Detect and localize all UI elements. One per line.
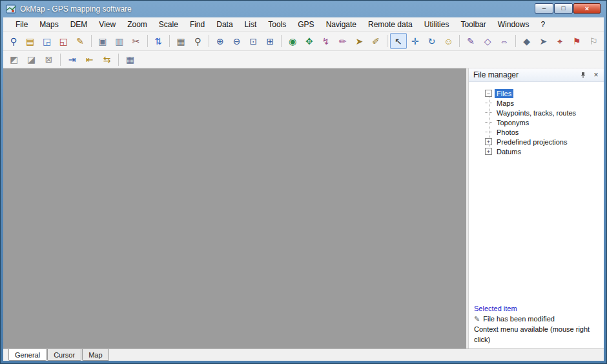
track-edit-button[interactable]: ✏ (334, 33, 351, 49)
pin-delete-button[interactable]: ⚐ (585, 33, 602, 49)
map-canvas[interactable] (3, 68, 466, 349)
zoom-actual-button[interactable]: ⊞ (262, 33, 278, 49)
file-tree: −FilesMapsWaypoints, tracks, routesTopon… (469, 82, 604, 302)
tab-cursor[interactable]: Cursor (47, 349, 81, 361)
copy-map-button[interactable]: ▣ (94, 33, 111, 49)
route-new-button[interactable]: ➤ (351, 33, 367, 49)
tree-item-predefined-projections[interactable]: Predefined projections (495, 137, 569, 147)
route-edit-button[interactable]: ✐ (367, 33, 384, 49)
pointer-button[interactable]: ↖ (390, 33, 407, 49)
menu-item-navigate[interactable]: Navigate (320, 17, 362, 31)
flag-button[interactable]: ⚑ (568, 33, 585, 49)
maximize-button[interactable]: □ (554, 3, 573, 14)
expand-icon[interactable]: + (485, 138, 492, 145)
save-map-button[interactable]: ✎ (72, 33, 88, 49)
zoom-out-button[interactable]: ⊖ (229, 33, 245, 49)
zoom-select-button[interactable]: ⚲ (5, 33, 22, 49)
merge-data-icon: ⇆ (103, 55, 111, 64)
menu-item-windows[interactable]: Windows (492, 17, 535, 31)
pin-add-button[interactable]: ⌖ (551, 33, 568, 49)
merge-data-button[interactable]: ⇆ (98, 52, 116, 68)
pan-icon: ✛ (411, 37, 419, 46)
modified-text: File has been modified (483, 314, 555, 324)
tree-item-files[interactable]: Files (495, 89, 513, 98)
menu-item-scale[interactable]: Scale (153, 17, 184, 31)
menu-item-dem[interactable]: DEM (65, 17, 94, 31)
collapse-icon[interactable]: − (485, 90, 492, 97)
draw-polygon-button[interactable]: ◇ (479, 33, 496, 49)
expand-icon[interactable]: + (485, 148, 492, 155)
eraser-button[interactable]: ◩ (5, 52, 23, 68)
menu-item-utilities[interactable]: Utilities (418, 17, 455, 31)
panel-close-icon[interactable]: × (592, 70, 601, 79)
panel-tools: × (579, 70, 601, 79)
tree-item-datums[interactable]: Datums (495, 147, 523, 156)
zoom-actual-icon: ⊞ (266, 37, 274, 46)
smiley-button[interactable]: ☺ (440, 33, 457, 49)
import-map-button[interactable]: ◲ (39, 33, 56, 49)
draw-line-button[interactable]: ✎ (462, 33, 479, 49)
data-properties-button[interactable]: ▦ (121, 52, 139, 68)
pin-icon[interactable] (579, 70, 588, 79)
toolbar-main: ⚲▤◲◱✎▣▥✂⇅▦⚲⊕⊖⊡⊞◉✥↯✏➤✐↖✛↻☺✎◇⇔◆➤⌖⚑⚐ (3, 32, 604, 51)
menu-item-file[interactable]: File (10, 17, 34, 31)
close-map-button[interactable]: ◱ (55, 33, 72, 49)
menu-item-tools[interactable]: Tools (262, 17, 292, 31)
menu-item-help[interactable]: ? (535, 17, 551, 31)
zoom-window-button[interactable]: ⊡ (245, 33, 262, 49)
duplicate-map-button[interactable]: ▥ (111, 33, 128, 49)
menu-item-list[interactable]: List (239, 17, 263, 31)
toolbar-separator (147, 35, 148, 47)
measure-icon: ⇔ (500, 37, 509, 46)
menu-item-maps[interactable]: Maps (34, 17, 64, 31)
tree-item-toponyms[interactable]: Toponyms (495, 118, 531, 127)
menu-item-find[interactable]: Find (184, 17, 211, 31)
map-properties-icon: ▦ (177, 37, 185, 46)
send-remote-button[interactable]: ⇅ (150, 33, 167, 49)
waypoint-move-button[interactable]: ✥ (301, 33, 318, 49)
send-remote-icon: ⇅ (155, 37, 163, 46)
app-icon[interactable] (6, 4, 16, 14)
menu-item-remote-data[interactable]: Remote data (362, 17, 418, 31)
rotate-button[interactable]: ↻ (424, 33, 440, 49)
client-area: FileMapsDEMViewZoomScaleFindDataListTool… (3, 17, 604, 361)
tree-connector (485, 103, 492, 103)
tab-map[interactable]: Map (82, 349, 108, 361)
waypoint-new-button[interactable]: ◉ (284, 33, 301, 49)
import-data-icon: ⇥ (68, 55, 76, 64)
window-title: OkMap - GPS mapping software (20, 5, 132, 14)
pan-button[interactable]: ✛ (407, 33, 424, 49)
tab-general[interactable]: General (8, 349, 46, 361)
tree-item-photos[interactable]: Photos (495, 128, 520, 137)
toolbar-separator (459, 35, 460, 47)
minimize-button[interactable]: – (535, 3, 553, 14)
open-map-button[interactable]: ▤ (22, 33, 39, 49)
find-icon: ⚲ (194, 37, 201, 46)
crop-map-button[interactable]: ✂ (128, 33, 145, 49)
tree-item-maps[interactable]: Maps (495, 99, 516, 108)
title-bar[interactable]: OkMap - GPS mapping software – □ × (1, 1, 606, 17)
zoom-in-button[interactable]: ⊕ (212, 33, 229, 49)
map-properties-button[interactable]: ▦ (172, 33, 189, 49)
toolbar-separator (91, 35, 92, 47)
menu-item-zoom[interactable]: Zoom (121, 17, 153, 31)
track-new-button[interactable]: ↯ (318, 33, 334, 49)
file-manager-panel: File manager × −FilesMapsWaypoints, trac… (468, 68, 604, 349)
menu-item-view[interactable]: View (93, 17, 121, 31)
import-data-button[interactable]: ⇥ (63, 52, 81, 68)
menu-item-toolbar[interactable]: Toolbar (455, 17, 491, 31)
vertex-button[interactable]: ◆ (519, 33, 535, 49)
measure-button[interactable]: ⇔ (496, 33, 513, 49)
find-button[interactable]: ⚲ (189, 33, 206, 49)
menu-item-gps[interactable]: GPS (292, 17, 320, 31)
goto-button[interactable]: ➤ (535, 33, 552, 49)
eraser-region-button[interactable]: ◪ (23, 52, 40, 68)
eraser-all-button[interactable]: ⊠ (40, 52, 57, 68)
toolbar-separator (118, 54, 119, 66)
flag-icon: ⚑ (573, 37, 581, 46)
close-button[interactable]: × (573, 3, 601, 14)
export-data-button[interactable]: ⇤ (81, 52, 98, 68)
tree-item-waypoints-tracks-routes[interactable]: Waypoints, tracks, routes (495, 108, 578, 117)
menu-item-data[interactable]: Data (211, 17, 238, 31)
route-edit-icon: ✐ (372, 37, 380, 46)
